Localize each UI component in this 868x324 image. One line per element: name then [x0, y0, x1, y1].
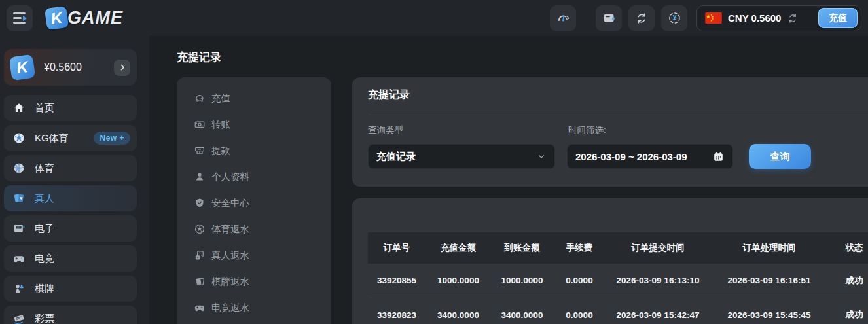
submenu-item-profile[interactable]: 个人资料 — [177, 164, 331, 190]
ticket-icon — [12, 312, 26, 324]
wallet-icon[interactable] — [596, 5, 622, 31]
table-header-row: 订单号充值金额到账金额手续费订单提交时间订单处理时间状态 — [368, 232, 868, 264]
person-icon — [193, 171, 206, 183]
table-cell: 成功 — [828, 264, 868, 298]
column-header: 充值金额 — [425, 232, 491, 264]
query-type-select[interactable]: 充值记录 — [368, 144, 555, 169]
submenu-item-esports-rebate[interactable]: 电竞返水 — [177, 295, 331, 321]
query-type-label: 查询类型 — [368, 124, 403, 136]
sidebar-item-slots[interactable]: 777 电子 — [4, 215, 137, 242]
main-content: 充提记录 充值 转账 提款 个人资料 安全中心 体育返水 真人返水 棋牌返水 电… — [149, 36, 868, 324]
records-table: 订单号充值金额到账金额手续费订单提交时间订单处理时间状态 33920855100… — [368, 232, 868, 324]
submenu-item-sports-rebate[interactable]: 体育返水 — [177, 216, 331, 242]
submenu-item-label: 真人返水 — [211, 249, 249, 262]
new-badge: New + — [94, 132, 130, 145]
svg-text:777: 777 — [17, 226, 21, 229]
submenu-item-live-rebate[interactable]: 真人返水 — [177, 242, 331, 268]
logo-k-icon: K — [45, 6, 69, 30]
basketball-icon — [12, 162, 26, 175]
column-header: 订单处理时间 — [710, 232, 828, 264]
sidebar-item-label: 电子 — [35, 223, 54, 235]
submenu-item-label: 电竞返水 — [211, 302, 249, 314]
currency-selector[interactable]: ★ ★ ★ ★ ★ CNY 0.5600 充值 — [696, 5, 861, 31]
chevron-right-icon[interactable] — [114, 60, 130, 76]
piggy-icon — [193, 92, 206, 104]
date-range-value: 2026-03-09 ~ 2026-03-09 — [575, 151, 687, 162]
table-cell: 0.0000 — [553, 298, 606, 324]
table-cell: 2026-03-09 16:13:10 — [606, 264, 710, 298]
svg-text:♣: ♣ — [20, 284, 24, 290]
dice-icon — [193, 249, 206, 261]
calendar-icon[interactable] — [712, 151, 725, 163]
date-range-input[interactable]: 2026-03-09 ~ 2026-03-09 — [567, 144, 733, 169]
refresh-icon[interactable] — [628, 5, 655, 31]
search-button[interactable]: 查询 — [749, 144, 811, 169]
balance-k-icon: K — [9, 54, 36, 81]
sidebar-item-live[interactable]: ♥ 真人 — [4, 185, 137, 211]
sidebar-item-label: KG体育 — [35, 132, 69, 145]
table-cell: 2026-03-09 16:16:51 — [710, 264, 828, 298]
sidebar-menu: 首页 KG体育 New + 体育 ♥ 真人 777 电子 电竞 ♣ 棋牌 彩票 — [0, 95, 149, 324]
soccer-icon — [12, 132, 26, 145]
svg-text:¥: ¥ — [672, 14, 676, 22]
table-cell: 成功 — [828, 298, 868, 324]
topbar: K GAME ¥ ★ ★ ★ ★ ★ CNY 0.5600 — [0, 0, 868, 36]
table-cell: 3400.0000 — [425, 298, 491, 324]
table-cell: 33920855 — [368, 264, 425, 298]
balance-card[interactable]: K ¥0.5600 — [4, 49, 137, 86]
submenu-item-security-center[interactable]: 安全中心 — [177, 190, 331, 216]
sidebar-item-home[interactable]: 首页 — [4, 95, 137, 121]
column-header: 手续费 — [553, 232, 606, 264]
gamepad2-icon — [193, 302, 206, 314]
cards2-icon — [193, 276, 206, 287]
sidebar-item-label: 体育 — [35, 162, 54, 175]
table-cell: 2026-03-09 15:45:45 — [710, 298, 828, 324]
submenu-item-label: 棋牌返水 — [211, 276, 249, 288]
table-cell: 0.0000 — [553, 264, 606, 298]
balance-amount: ¥0.5600 — [44, 62, 82, 73]
sidebar-item-esports[interactable]: 电竞 — [4, 245, 137, 272]
page-title: 充提记录 — [177, 50, 221, 65]
column-header: 状态 — [828, 232, 868, 264]
svg-text:♥: ♥ — [20, 196, 23, 200]
submenu-item-label: 提款 — [211, 145, 230, 157]
submenu-item-label: 体育返水 — [211, 223, 249, 236]
sidebar-item-kg-sports[interactable]: KG体育 New + — [4, 125, 137, 151]
banknote-icon — [193, 118, 206, 130]
account-submenu: 充值 转账 提款 个人资料 安全中心 体育返水 真人返水 棋牌返水 电竞返水 — [177, 77, 331, 324]
table-cell: 33920823 — [368, 298, 425, 324]
currency-exchange-icon[interactable]: ¥ — [661, 5, 687, 31]
chess-icon: ♣ — [12, 282, 26, 295]
sidebar-item-chess[interactable]: ♣ 棋牌 — [4, 276, 137, 302]
sidebar-item-label: 彩票 — [35, 313, 54, 324]
table-cell: 1000.0000 — [425, 264, 491, 298]
filter-panel-title: 充提记录 — [368, 88, 410, 102]
gamepad-icon — [12, 252, 26, 265]
deposit-button[interactable]: 充值 — [818, 8, 858, 28]
sidebar-item-lottery[interactable]: 彩票 — [4, 306, 137, 324]
logo-text: GAME — [67, 8, 123, 28]
query-type-value: 充值记录 — [376, 151, 416, 163]
sidebar-item-sports[interactable]: 体育 — [4, 155, 137, 181]
divider — [368, 115, 868, 115]
chevron-down-icon — [536, 151, 547, 162]
slot-icon: 777 — [12, 222, 26, 235]
sidebar: K ¥0.5600 首页 KG体育 New + 体育 ♥ 真人 777 电子 电… — [0, 36, 149, 324]
sidebar-item-label: 真人 — [35, 192, 54, 205]
submenu-item-chess-rebate[interactable]: 棋牌返水 — [177, 268, 331, 295]
column-header: 到账金额 — [491, 232, 553, 264]
submenu-item-label: 安全中心 — [211, 197, 249, 209]
balance-refresh-icon[interactable] — [787, 12, 799, 24]
menu-toggle-icon[interactable] — [7, 5, 33, 31]
table-cell: 2026-03-09 15:42:47 — [606, 298, 710, 324]
speed-gauge-icon[interactable] — [550, 5, 576, 31]
table-cell: 1000.0000 — [491, 264, 553, 298]
time-filter-label: 时间筛选: — [568, 124, 606, 136]
submenu-item-withdraw[interactable]: 提款 — [177, 137, 331, 164]
brand-logo[interactable]: K GAME — [46, 7, 123, 29]
home-icon — [12, 101, 26, 115]
submenu-item-deposit[interactable]: 充值 — [177, 85, 331, 111]
submenu-item-transfer[interactable]: 转账 — [177, 111, 331, 137]
filter-panel: 充提记录 查询类型 时间筛选: 充值记录 2026-03-09 ~ 2026-0… — [352, 77, 868, 187]
topbar-actions: ¥ ★ ★ ★ ★ ★ CNY 0.5600 充值 — [550, 5, 861, 31]
